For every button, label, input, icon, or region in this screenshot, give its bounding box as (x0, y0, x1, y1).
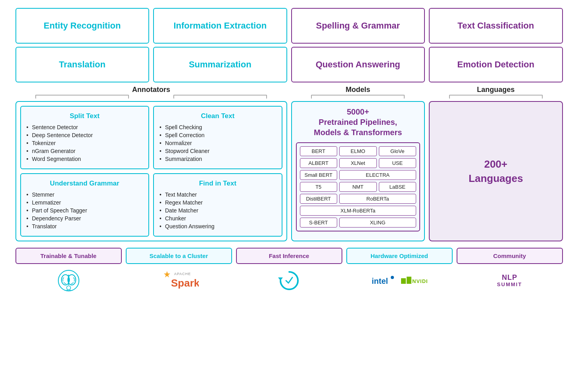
model-tag-glove: GloVe (379, 146, 417, 156)
list-item: nGram Generator (27, 147, 143, 155)
svg-point-10 (391, 276, 394, 279)
list-item: Translator (27, 222, 143, 230)
bottom-bar: Trainable & Tunable Scalable to a Cluste… (15, 248, 563, 264)
list-item: Word Segmentation (27, 155, 143, 163)
list-item: Dependency Parser (27, 214, 143, 222)
find-in-text-box: Find in Text Text Matcher Regex Matcher … (153, 173, 282, 237)
scalable-label: Scalable to a Cluster (126, 248, 232, 264)
model-tag-electra: ELECTRA (339, 170, 416, 180)
list-item: Regex Matcher (159, 199, 276, 207)
hardware-optimized-label: Hardware Optimized (346, 248, 453, 264)
svg-text:APACHE: APACHE (174, 272, 191, 276)
split-text-box: Split Text Sentence Detector Deep Senten… (20, 106, 150, 169)
community-label: Community (457, 248, 563, 264)
split-text-title: Split Text (27, 112, 143, 120)
list-item: Question Answering (159, 222, 276, 230)
annotators-section: Split Text Sentence Detector Deep Senten… (15, 101, 287, 241)
emotion-detection-box[interactable]: Emotion Detection (429, 47, 563, 82)
models-grid: BERT ELMO GloVe ALBERT XLNet USE Small B… (300, 146, 417, 228)
model-tag-elmo: ELMO (339, 146, 377, 156)
brain-icon (57, 269, 81, 293)
models-header: Models (291, 86, 425, 94)
entity-recognition-box[interactable]: Entity Recognition (15, 8, 150, 44)
cycle-icon (277, 269, 301, 293)
model-tag-t5: T5 (300, 182, 338, 192)
list-item: Stopword Cleaner (159, 147, 276, 155)
intel-logo: intel (371, 275, 395, 286)
svg-point-4 (67, 286, 71, 290)
model-tag-distilbert: DistilBERT (300, 194, 338, 204)
spelling-grammar-box[interactable]: Spelling & Grammar (291, 8, 425, 44)
nlpsummit-logo: NLP SUMMIT (497, 274, 522, 288)
top-row-1: Entity Recognition Information Extractio… (15, 8, 563, 44)
nlpsummit-logo-cell: NLP SUMMIT (457, 269, 563, 293)
languages-header: Languages (429, 86, 563, 94)
top-row-2: Translation Summarization Question Answe… (15, 47, 563, 82)
nvidia-logo: NVIDIA (400, 275, 428, 286)
list-item: Normalizer (159, 139, 276, 147)
list-item: Part of Speech Tagger (27, 207, 143, 214)
model-tag-xlmroberta: XLM-RoBERTa (300, 206, 417, 216)
translation-box[interactable]: Translation (15, 47, 150, 82)
understand-grammar-title: Understand Grammar (27, 180, 143, 187)
fast-inference-label: Fast Inference (236, 248, 342, 264)
list-item: Spell Checking (159, 123, 276, 131)
model-tag-xlnet: XLNet (339, 158, 377, 168)
understand-grammar-list: Stemmer Lemmatizer Part of Speech Tagger… (27, 191, 143, 230)
svg-text:Spark: Spark (171, 277, 199, 289)
model-tag-bert: BERT (300, 146, 338, 156)
brain-logo-cell (15, 269, 122, 293)
annotators-header: Annotators (15, 86, 287, 94)
models-title: 5000+Pretrained Pipelines,Models & Trans… (314, 107, 402, 138)
model-tag-xling: XLING (339, 218, 416, 228)
clean-text-title: Clean Text (159, 112, 276, 120)
spark-logo-cell: APACHE Spark (126, 269, 232, 293)
find-in-text-list: Text Matcher Regex Matcher Date Matcher … (159, 191, 276, 230)
svg-text:NVIDIA: NVIDIA (412, 278, 428, 284)
model-tag-use: USE (379, 158, 417, 168)
trainable-label: Trainable & Tunable (15, 248, 122, 264)
main-container: Entity Recognition Information Extractio… (15, 8, 563, 293)
information-extraction-box[interactable]: Information Extraction (153, 8, 287, 44)
clean-text-list: Spell Checking Spell Correction Normaliz… (159, 123, 276, 163)
question-answering-box[interactable]: Question Answering (291, 47, 425, 82)
model-tag-roberta: RoBERTa (339, 194, 416, 204)
svg-text:intel: intel (372, 277, 388, 285)
model-tag-labse: LaBSE (379, 182, 417, 192)
text-classification-box[interactable]: Text Classification (429, 8, 563, 44)
languages-text: 200+Languages (469, 157, 523, 186)
models-grid-outer: BERT ELMO GloVe ALBERT XLNet USE Small B… (296, 142, 421, 231)
split-text-list: Sentence Detector Deep Sentence Detector… (27, 123, 143, 163)
model-tag-smallbert: Small BERT (300, 170, 338, 180)
models-section: 5000+Pretrained Pipelines,Models & Trans… (291, 101, 425, 241)
list-item: Deep Sentence Detector (27, 131, 143, 139)
model-tag-sbert: S-BERT (300, 218, 338, 228)
list-item: Lemmatizer (27, 199, 143, 207)
list-item: Summarization (159, 155, 276, 163)
svg-rect-12 (407, 277, 411, 284)
summarization-box[interactable]: Summarization (153, 47, 287, 82)
model-tag-albert: ALBERT (300, 158, 338, 168)
svg-rect-11 (401, 278, 406, 284)
list-item: Text Matcher (159, 191, 276, 199)
list-item: Date Matcher (159, 207, 276, 214)
model-tag-nmt: NMT (339, 182, 377, 192)
list-item: Tokenizer (27, 139, 143, 147)
find-in-text-title: Find in Text (159, 180, 276, 187)
cycle-logo-cell (236, 269, 342, 293)
svg-marker-7 (164, 271, 170, 277)
languages-section: 200+Languages (429, 101, 563, 241)
list-item: Stemmer (27, 191, 143, 199)
intel-nvidia-logo-cell: intel NVIDIA (346, 269, 453, 293)
understand-grammar-box: Understand Grammar Stemmer Lemmatizer Pa… (20, 173, 150, 237)
list-item: Chunker (159, 214, 276, 222)
logos-row: APACHE Spark intel (15, 269, 563, 293)
list-item: Sentence Detector (27, 123, 143, 131)
clean-text-box: Clean Text Spell Checking Spell Correcti… (153, 106, 282, 169)
list-item: Spell Correction (159, 131, 276, 139)
svg-marker-8 (278, 277, 283, 281)
spark-icon: APACHE Spark (159, 269, 199, 293)
